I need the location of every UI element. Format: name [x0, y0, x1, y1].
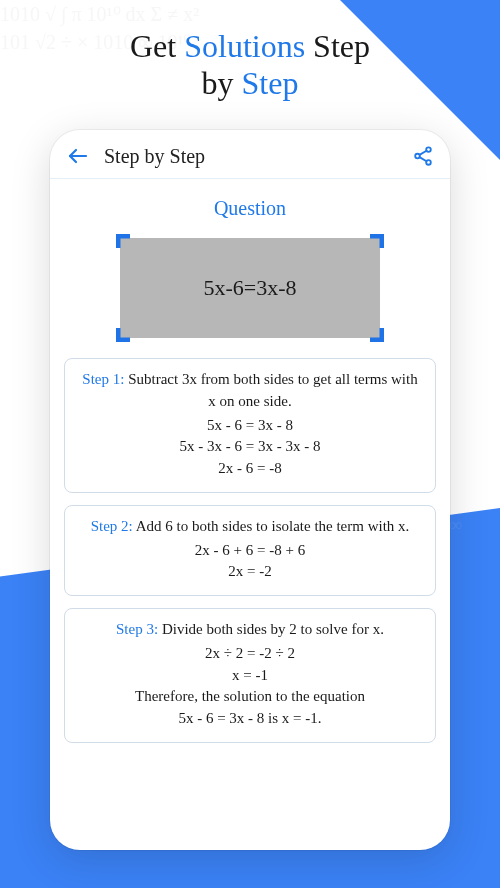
svg-line-4 [420, 151, 427, 155]
step-lines: 2x ÷ 2 = -2 ÷ 2 x = -1 Therefore, the so… [79, 643, 421, 730]
step-desc: Divide both sides by 2 to solve for x. [158, 621, 384, 637]
step-label: Step 2: [91, 518, 133, 534]
question-heading: Question [64, 197, 436, 220]
step-equation-line: x = -1 [79, 665, 421, 687]
crop-corner-icon [364, 234, 384, 254]
back-arrow-icon[interactable] [66, 144, 90, 168]
headline-text-2: Step [305, 28, 370, 64]
step-desc: Subtract 3x from both sides to get all t… [124, 371, 417, 409]
crop-corner-icon [116, 322, 136, 342]
step-card-2: Step 2: Add 6 to both sides to isolate t… [64, 505, 436, 596]
marketing-headline: Get Solutions Step by Step [0, 0, 500, 112]
step-equation-line: 2x - 6 = -8 [79, 458, 421, 480]
step-label: Step 1: [82, 371, 124, 387]
crop-corner-icon [364, 322, 384, 342]
step-equation-line: 2x - 6 + 6 = -8 + 6 [79, 540, 421, 562]
svg-line-5 [420, 157, 427, 161]
app-bar: Step by Step [50, 130, 450, 179]
share-icon[interactable] [412, 145, 434, 167]
step-equation-line: 5x - 6 = 3x - 8 [79, 415, 421, 437]
crop-corner-icon [116, 234, 136, 254]
step-lines: 5x - 6 = 3x - 8 5x - 3x - 6 = 3x - 3x - … [79, 415, 421, 480]
headline-accent-2: Step [242, 65, 299, 101]
phone-frame: Step by Step Question 5x-6=3x-8 Step 1: … [50, 130, 450, 850]
step-desc: Add 6 to both sides to isolate the term … [133, 518, 410, 534]
step-label: Step 3: [116, 621, 158, 637]
step-equation-line: 5x - 6 = 3x - 8 is x = -1. [79, 708, 421, 730]
step-equation-line: 2x ÷ 2 = -2 ÷ 2 [79, 643, 421, 665]
headline-text-3: by [202, 65, 242, 101]
step-equation-line: 2x = -2 [79, 561, 421, 583]
question-equation: 5x-6=3x-8 [203, 275, 296, 301]
step-text: Step 3: Divide both sides by 2 to solve … [79, 619, 421, 641]
step-equation-line: 5x - 3x - 6 = 3x - 3x - 8 [79, 436, 421, 458]
step-text: Step 1: Subtract 3x from both sides to g… [79, 369, 421, 413]
step-card-1: Step 1: Subtract 3x from both sides to g… [64, 358, 436, 493]
question-image-box: 5x-6=3x-8 [120, 238, 380, 338]
headline-text-1: Get [130, 28, 184, 64]
app-bar-title: Step by Step [104, 145, 398, 168]
step-equation-line: Therefore, the solution to the equation [79, 686, 421, 708]
step-text: Step 2: Add 6 to both sides to isolate t… [79, 516, 421, 538]
headline-accent-1: Solutions [184, 28, 305, 64]
content-area: Question 5x-6=3x-8 Step 1: Subtract 3x f… [50, 179, 450, 753]
step-lines: 2x - 6 + 6 = -8 + 6 2x = -2 [79, 540, 421, 584]
step-card-3: Step 3: Divide both sides by 2 to solve … [64, 608, 436, 743]
